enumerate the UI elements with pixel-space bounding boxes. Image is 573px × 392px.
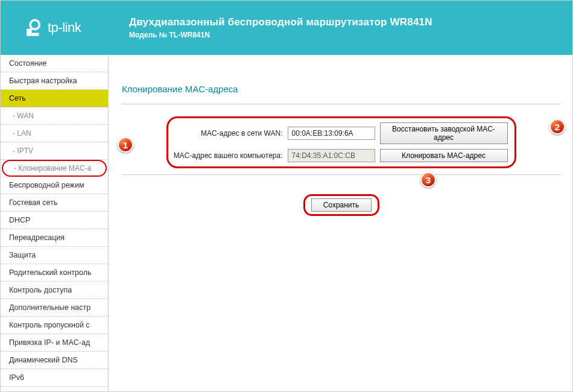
sidebar-item-8[interactable]: Гостевая сеть [1,194,108,212]
sidebar-item-6[interactable]: - Клонирование MAC-а [2,160,107,177]
input-pc-mac[interactable] [288,149,375,162]
save-row: Сохранить [122,194,560,216]
save-button[interactable]: Сохранить [311,198,372,212]
page-title: Клонирование MAC-адреса [122,72,560,104]
sidebar-item-18[interactable]: IPv6 [1,369,108,387]
page-model: Модель № TL-WR841N [129,31,432,39]
sidebar-item-17[interactable]: Динамический DNS [1,352,108,369]
sidebar-item-13[interactable]: Контроль доступа [1,282,108,299]
page-product-title: Двухдиапазонный беспроводной маршрутизат… [129,16,432,28]
sidebar: СостояниеБыстрая настройкаСеть- WAN- LAN… [1,55,109,391]
sidebar-item-15[interactable]: Контроль пропускной с [1,317,108,334]
sidebar-item-16[interactable]: Привязка IP- и MAC-ад [1,334,108,352]
svg-rect-2 [32,33,39,36]
divider [122,174,560,175]
input-wan-mac[interactable] [288,127,375,140]
svg-rect-1 [27,29,32,36]
sidebar-item-3[interactable]: - WAN [1,107,108,125]
label-wan-mac: MAC-адрес в сети WAN: [171,129,283,138]
highlight-box-3: Сохранить [303,194,379,216]
sidebar-item-1[interactable]: Быстрая настройка [1,72,108,90]
brand-logo: tp-link [24,17,129,38]
row-pc-mac: MAC-адрес вашего компьютера: Клонировать… [166,147,516,165]
sidebar-item-11[interactable]: Защита [1,247,108,264]
divider [122,104,560,104]
annotation-badge-1: 1 [118,137,133,153]
svg-point-3 [34,24,36,26]
annotation-badge-3: 3 [420,172,436,188]
brand-text: tp-link [48,20,81,36]
sidebar-item-10[interactable]: Переадресация [1,229,108,247]
restore-factory-mac-button[interactable]: Восстановить заводской MAC-адрес [380,122,508,144]
sidebar-item-19[interactable]: Системные инструмент [1,387,108,392]
clone-mac-button[interactable]: Клонировать MAC-адрес [380,149,508,162]
content-area: Клонирование MAC-адреса MAC-адрес в сети… [109,55,572,391]
sidebar-item-12[interactable]: Родительский контроль [1,264,108,282]
annotation-badge-2: 2 [549,119,565,134]
header-bar: tp-link Двухдиапазонный беспроводной мар… [1,1,572,55]
sidebar-item-5[interactable]: - IPTV [1,142,108,160]
sidebar-item-7[interactable]: Беспроводной режим [1,177,108,194]
tplink-logo-icon [24,17,44,38]
mac-clone-form: MAC-адрес в сети WAN: Восстановить завод… [166,120,516,165]
sidebar-item-14[interactable]: Дополнительные настр [1,299,108,317]
label-pc-mac: MAC-адрес вашего компьютера: [171,151,283,160]
row-wan-mac: MAC-адрес в сети WAN: Восстановить завод… [166,120,516,147]
sidebar-item-2[interactable]: Сеть [1,90,108,107]
sidebar-item-4[interactable]: - LAN [1,125,108,142]
sidebar-item-0[interactable]: Состояние [1,55,108,72]
sidebar-item-9[interactable]: DHCP [1,212,108,229]
